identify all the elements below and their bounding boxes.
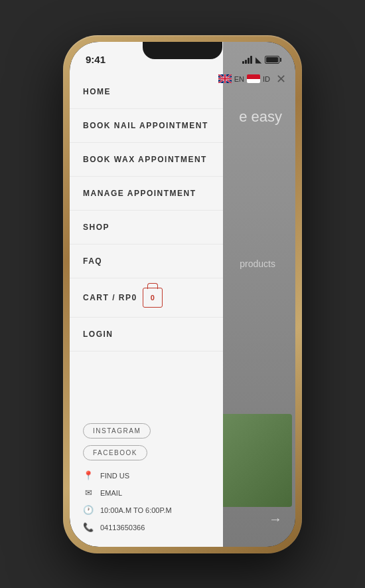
contact-find-us: 📍 FIND US bbox=[83, 467, 210, 484]
menu-overlay: HOME BOOK NAIL APPOINTMENT BOOK WAX APPO… bbox=[70, 42, 223, 547]
status-time: 9:41 bbox=[86, 54, 106, 65]
facebook-button[interactable]: FACEBOOK bbox=[83, 445, 147, 460]
battery-icon bbox=[265, 56, 279, 64]
close-menu-button[interactable]: ✕ bbox=[273, 71, 289, 87]
find-us-label: FIND US bbox=[100, 472, 129, 480]
email-label: EMAIL bbox=[100, 489, 122, 497]
contact-hours: 🕐 10:00A.M TO 6:00P.M bbox=[83, 502, 210, 519]
email-icon: ✉ bbox=[83, 488, 94, 498]
phone-outer: 9:41 ◣ bbox=[63, 35, 302, 553]
menu-bottom: INSTAGRAM FACEBOOK 📍 FIND US bbox=[70, 413, 223, 547]
contact-email: ✉ EMAIL bbox=[83, 484, 210, 502]
menu-item-manage[interactable]: MANAGE APPOINTMENT bbox=[70, 177, 223, 211]
language-bar[interactable]: EN ID ✕ bbox=[218, 71, 289, 87]
menu-item-cart[interactable]: CART / RP0 0 bbox=[70, 278, 223, 318]
flag-en-icon bbox=[218, 74, 232, 83]
bg-image bbox=[219, 414, 292, 507]
bg-tagline: e easy bbox=[239, 108, 282, 126]
phone-label: 04113650366 bbox=[100, 524, 145, 532]
contact-phone: 📞 04113650366 bbox=[83, 519, 210, 536]
instagram-button[interactable]: INSTAGRAM bbox=[83, 423, 151, 439]
phone-frame: 9:41 ◣ bbox=[0, 0, 365, 588]
menu-items-list: HOME BOOK NAIL APPOINTMENT BOOK WAX APPO… bbox=[70, 75, 223, 413]
screen: 9:41 ◣ bbox=[70, 42, 295, 547]
id-label[interactable]: ID bbox=[263, 75, 270, 83]
bg-arrow-icon: → bbox=[269, 512, 282, 527]
menu-item-book-wax[interactable]: BOOK WAX APPOINTMENT bbox=[70, 143, 223, 177]
cart-count: 0 bbox=[151, 294, 155, 302]
status-icons: ◣ bbox=[242, 55, 279, 64]
menu-item-login[interactable]: LOGIN bbox=[70, 318, 223, 351]
phone-inner: 9:41 ◣ bbox=[70, 42, 295, 547]
hours-label: 10:00A.M TO 6:00P.M bbox=[100, 506, 172, 514]
flag-id-icon bbox=[247, 74, 260, 83]
menu-item-faq[interactable]: FAQ bbox=[70, 245, 223, 278]
cart-label: CART / RP0 bbox=[83, 293, 137, 302]
clock-icon: 🕐 bbox=[83, 505, 94, 516]
signal-icon bbox=[242, 56, 252, 64]
menu-item-book-nail[interactable]: BOOK NAIL APPOINTMENT bbox=[70, 109, 223, 143]
en-label[interactable]: EN bbox=[234, 75, 244, 83]
cart-icon: 0 bbox=[143, 288, 163, 308]
bg-products: products bbox=[240, 258, 275, 269]
notch bbox=[143, 42, 222, 59]
phone-icon: 📞 bbox=[83, 522, 94, 533]
location-icon: 📍 bbox=[83, 470, 94, 481]
menu-item-home[interactable]: HOME bbox=[70, 75, 223, 109]
wifi-icon: ◣ bbox=[256, 55, 261, 64]
menu-item-shop[interactable]: SHOP bbox=[70, 211, 223, 245]
